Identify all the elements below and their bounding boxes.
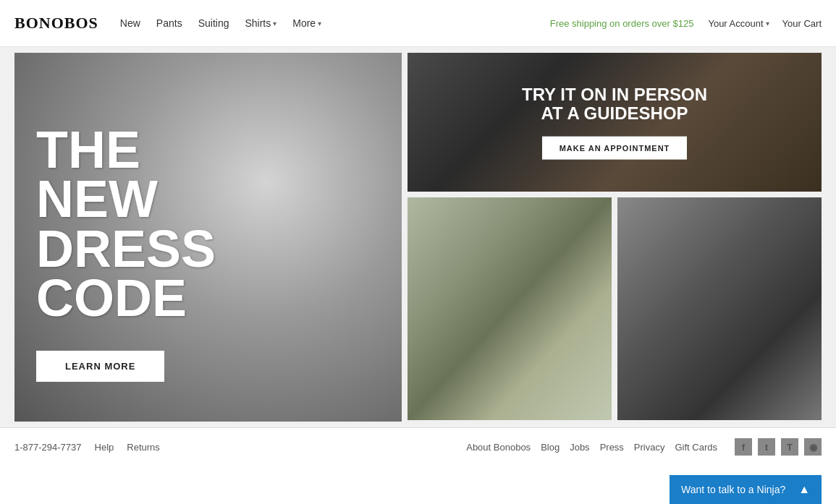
footer-help-link[interactable]: Help (95, 442, 114, 453)
footer: 1-877-294-7737 Help Returns About Bonobo… (0, 427, 836, 466)
chat-widget[interactable]: Want to talk to a Ninja? ▲ (670, 475, 822, 504)
footer-privacy-link[interactable]: Privacy (634, 442, 665, 453)
right-panels: TRY IT ON IN PERSON AT A GUIDESHOP MAKE … (408, 53, 822, 422)
footer-left: 1-877-294-7737 Help Returns (14, 442, 160, 453)
footer-jobs-link[interactable]: Jobs (570, 442, 589, 453)
header: BONOBOS New Pants Suiting Shirts ▾ More … (0, 0, 836, 47)
nav-shirts-link[interactable]: Shirts (245, 17, 271, 29)
footer-press-link[interactable]: Press (600, 442, 624, 453)
hero-cta-button[interactable]: LEARN MORE (36, 351, 164, 382)
footer-about-link[interactable]: About Bonobos (466, 442, 531, 453)
footer-blog-link[interactable]: Blog (541, 442, 560, 453)
hero-banner: The New Dress Code LEARN MORE (14, 53, 402, 422)
facebook-icon[interactable]: f (735, 438, 752, 456)
pants-panel[interactable] (408, 197, 612, 420)
header-right: Your Account ▾ Your Cart (708, 18, 822, 29)
hero-heading: The New Dress Code (36, 125, 216, 323)
nav-suiting[interactable]: Suiting (198, 17, 229, 29)
more-chevron-icon: ▾ (318, 20, 321, 27)
account-dropdown[interactable]: Your Account ▾ (708, 18, 769, 29)
guideshop-panel: TRY IT ON IN PERSON AT A GUIDESHOP MAKE … (408, 53, 822, 192)
social-icons: f t T ◉ (735, 438, 822, 456)
footer-phone[interactable]: 1-877-294-7737 (14, 442, 82, 453)
chat-chevron-icon: ▲ (798, 483, 810, 496)
main-content: The New Dress Code LEARN MORE TRY IT ON … (0, 47, 836, 427)
cart-link[interactable]: Your Cart (782, 18, 822, 29)
nav-shirts-dropdown[interactable]: Shirts ▾ (245, 17, 276, 29)
guideshop-line1: TRY IT ON IN PERSON (522, 85, 707, 104)
pants-image (408, 197, 612, 420)
chat-label: Want to talk to a Ninja? (681, 484, 785, 495)
suit-panel[interactable] (617, 197, 822, 420)
bottom-panels (408, 197, 822, 422)
nav-pants[interactable]: Pants (156, 17, 182, 29)
tumblr-icon[interactable]: T (781, 438, 798, 456)
guideshop-cta-button[interactable]: MAKE AN APPOINTMENT (542, 136, 688, 159)
footer-right: About Bonobos Blog Jobs Press Privacy Gi… (466, 438, 822, 456)
nav-new[interactable]: New (120, 17, 140, 29)
instagram-icon[interactable]: ◉ (804, 438, 822, 456)
logo[interactable]: BONOBOS (14, 14, 98, 33)
main-nav: New Pants Suiting Shirts ▾ More ▾ (120, 17, 321, 29)
footer-giftcards-link[interactable]: Gift Cards (675, 442, 717, 453)
footer-returns-link[interactable]: Returns (127, 442, 160, 453)
twitter-icon[interactable]: t (758, 438, 775, 456)
suit-image (617, 197, 822, 420)
hero-line4: Code (36, 269, 187, 327)
shirts-chevron-icon: ▾ (273, 20, 276, 27)
guideshop-text: TRY IT ON IN PERSON AT A GUIDESHOP MAKE … (522, 85, 707, 160)
nav-more-link[interactable]: More (292, 17, 316, 29)
guideshop-line2: AT A GUIDESHOP (541, 103, 688, 123)
nav-more-dropdown[interactable]: More ▾ (292, 17, 321, 29)
account-link[interactable]: Your Account (708, 18, 763, 29)
promo-banner[interactable]: Free shipping on orders over $125 (550, 18, 694, 29)
account-chevron-icon: ▾ (766, 20, 769, 27)
